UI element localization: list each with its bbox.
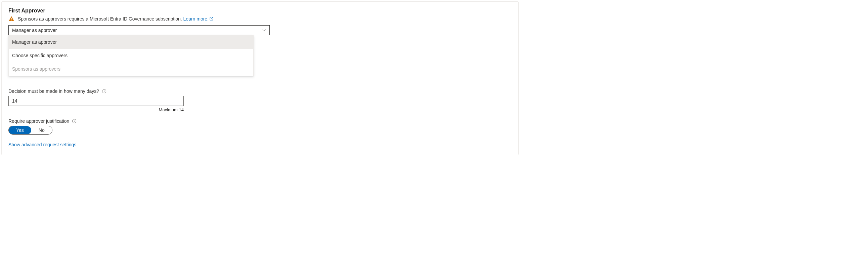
decision-days-input[interactable] [8,96,184,106]
first-approver-panel: First Approver Sponsors as approvers req… [1,1,519,155]
learn-more-text: Learn more. [183,16,209,22]
decision-days-label: Decision must be made in how many days? [8,88,99,94]
info-icon[interactable] [72,119,76,123]
option-sponsors-as-approvers: Sponsors as approvers [9,62,253,76]
external-link-icon [209,17,213,21]
decision-days-helper: Maximum 14 [8,107,184,112]
chevron-down-icon [261,28,266,33]
info-icon[interactable] [102,89,106,93]
justification-label: Require approver justification [8,118,69,124]
decision-days-field: Decision must be made in how many days? … [8,88,512,112]
warning-message: Sponsors as approvers requires a Microso… [8,16,512,22]
option-choose-specific-approvers[interactable]: Choose specific approvers [9,49,253,62]
justification-no[interactable]: No [31,126,52,134]
approver-select-value: Manager as approver [12,28,57,33]
justification-toggle: Yes No [8,126,53,135]
warning-icon [8,16,14,22]
section-title: First Approver [8,8,512,14]
warning-text: Sponsors as approvers requires a Microso… [18,16,182,22]
approver-dropdown-list: Manager as approver Choose specific appr… [8,35,254,76]
approver-select-wrap: Manager as approver Manager as approver … [8,25,270,35]
learn-more-link[interactable]: Learn more. [183,16,213,22]
approver-select[interactable]: Manager as approver [8,25,270,35]
show-advanced-link[interactable]: Show advanced request settings [8,142,76,147]
option-manager-as-approver[interactable]: Manager as approver [9,35,253,49]
justification-field: Require approver justification Yes No [8,118,512,135]
justification-yes[interactable]: Yes [9,126,31,134]
